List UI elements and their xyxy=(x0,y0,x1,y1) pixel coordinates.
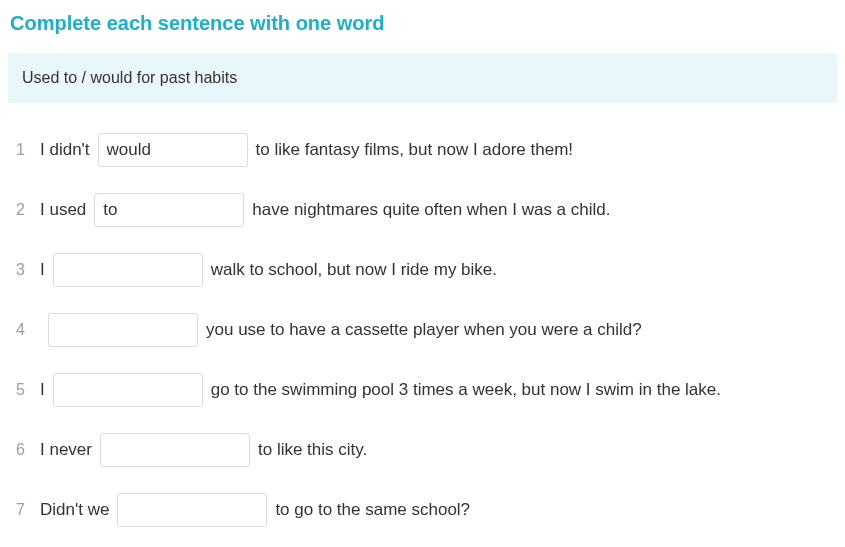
item-number: 6 xyxy=(16,441,40,459)
answer-input[interactable] xyxy=(100,433,250,467)
item-number: 2 xyxy=(16,201,40,219)
grammar-banner: Used to / would for past habits xyxy=(8,53,837,103)
sentence-row: 4 you use to have a cassette player when… xyxy=(16,313,837,347)
sentence-row: 6 I never to like this city. xyxy=(16,433,837,467)
exercise-title: Complete each sentence with one word xyxy=(8,12,837,35)
sentence-before: I xyxy=(40,260,45,280)
sentence-row: 3 I walk to school, but now I ride my bi… xyxy=(16,253,837,287)
answer-input[interactable] xyxy=(94,193,244,227)
item-number: 5 xyxy=(16,381,40,399)
item-number: 4 xyxy=(16,321,40,339)
item-number: 1 xyxy=(16,141,40,159)
sentence-before: I used xyxy=(40,200,86,220)
sentence-row: 5 I go to the swimming pool 3 times a we… xyxy=(16,373,837,407)
item-number: 3 xyxy=(16,261,40,279)
sentence-after: go to the swimming pool 3 times a week, … xyxy=(211,380,721,400)
sentence-row: 7 Didn't we to go to the same school? xyxy=(16,493,837,527)
exercise-container: Complete each sentence with one word Use… xyxy=(0,0,845,547)
answer-input[interactable] xyxy=(53,373,203,407)
sentence-after: to like fantasy films, but now I adore t… xyxy=(256,140,573,160)
answer-input[interactable] xyxy=(117,493,267,527)
sentence-after: to like this city. xyxy=(258,440,367,460)
sentence-before: I xyxy=(40,380,45,400)
sentence-after: walk to school, but now I ride my bike. xyxy=(211,260,497,280)
sentence-after: to go to the same school? xyxy=(275,500,470,520)
sentence-row: 1 I didn't to like fantasy films, but no… xyxy=(16,133,837,167)
item-number: 7 xyxy=(16,501,40,519)
exercise-list: 1 I didn't to like fantasy films, but no… xyxy=(8,133,837,527)
sentence-before: I didn't xyxy=(40,140,90,160)
answer-input[interactable] xyxy=(98,133,248,167)
sentence-row: 2 I used have nightmares quite often whe… xyxy=(16,193,837,227)
answer-input[interactable] xyxy=(48,313,198,347)
sentence-after: have nightmares quite often when I was a… xyxy=(252,200,610,220)
sentence-after: you use to have a cassette player when y… xyxy=(206,320,642,340)
sentence-before: Didn't we xyxy=(40,500,109,520)
sentence-before: I never xyxy=(40,440,92,460)
answer-input[interactable] xyxy=(53,253,203,287)
